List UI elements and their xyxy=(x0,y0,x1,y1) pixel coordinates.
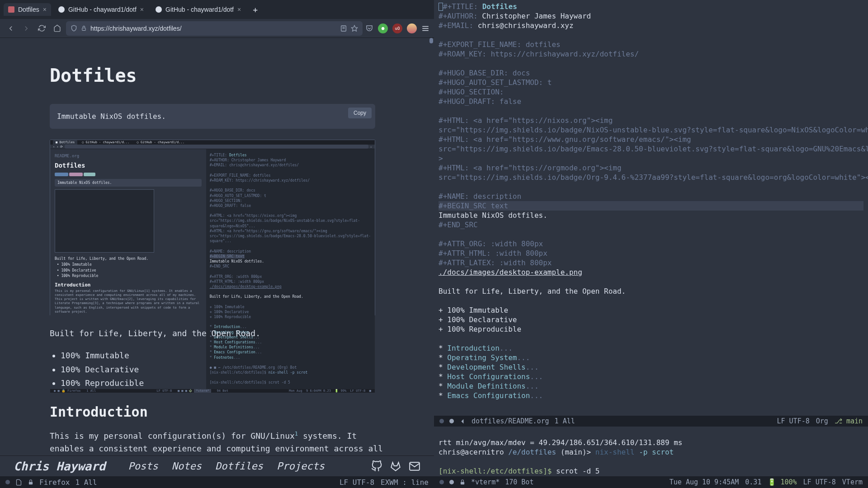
browser-tab[interactable]: GitHub - chayward1/dotf × xyxy=(151,3,245,16)
ext-badge[interactable]: ● xyxy=(378,23,388,33)
ext-icon[interactable] xyxy=(407,23,417,33)
status-dot xyxy=(449,480,454,484)
menu-icon[interactable] xyxy=(421,24,429,33)
tab-favicon xyxy=(8,6,14,13)
status-dot xyxy=(439,480,444,484)
browser-tab[interactable]: GitHub - chayward1/dotf × xyxy=(54,3,148,16)
close-icon[interactable]: × xyxy=(43,6,47,13)
gitlab-icon[interactable] xyxy=(390,460,401,472)
file-icon xyxy=(15,479,22,486)
forward-button[interactable] xyxy=(20,22,33,35)
lock-icon xyxy=(28,479,34,485)
position: 1 All xyxy=(555,417,575,425)
home-button[interactable] xyxy=(51,22,63,35)
url-text: https://chrishayward.xyz/dotfiles/ xyxy=(90,25,336,32)
address-bar: https://chrishayward.xyz/dotfiles/ ● uO xyxy=(0,19,434,38)
url-input[interactable]: https://chrishayward.xyz/dotfiles/ xyxy=(66,21,363,36)
site-nav: Chris Hayward Posts Notes Dotfiles Proje… xyxy=(0,455,434,476)
copy-button[interactable]: Copy xyxy=(348,108,372,118)
term-output: rtt min/avg/max/mdev = 49.294/186.651/36… xyxy=(439,438,682,447)
terminal[interactable]: rtt min/avg/max/mdev = 49.294/186.651/36… xyxy=(434,427,868,476)
browser-tab-active[interactable]: Dotfiles × xyxy=(4,3,51,16)
tab-favicon xyxy=(156,6,162,13)
lock-icon xyxy=(459,479,466,485)
encoding: LF UTF-8 xyxy=(803,478,836,486)
page-title: Dotfiles xyxy=(50,65,384,86)
position: 170 Bot xyxy=(505,478,533,486)
section-heading: Introduction xyxy=(50,404,384,420)
encoding: LF UTF-8 xyxy=(340,478,374,487)
shell-prompt: [nix-shell:/etc/dotfiles]$ xyxy=(439,467,556,475)
nav-link[interactable]: Notes xyxy=(172,460,202,472)
svg-marker-10 xyxy=(461,419,463,423)
status-bar-left: Firefox 1 All LF UTF-8 EXWM : line xyxy=(0,476,434,488)
bookmark-icon[interactable] xyxy=(351,25,358,32)
back-icon xyxy=(459,418,466,425)
major-mode: VTerm xyxy=(842,478,863,486)
position: 1 All xyxy=(75,478,97,487)
nav-link[interactable]: Posts xyxy=(128,460,158,472)
reload-button[interactable] xyxy=(35,22,48,35)
new-tab-button[interactable]: + xyxy=(248,3,262,16)
code-text: Immutable NixOS dotfiles. xyxy=(57,112,166,121)
pocket-icon[interactable] xyxy=(365,24,373,33)
load-avg: 0.31 xyxy=(745,478,761,486)
reader-icon[interactable] xyxy=(340,25,347,32)
extension-icons: ● uO xyxy=(365,23,429,33)
editor-buffer[interactable]: #+TITLE: Dotfiles #+AUTHOR: Christopher … xyxy=(434,0,868,416)
mail-icon[interactable] xyxy=(409,460,420,472)
git-branch: ⎇ main xyxy=(835,417,863,425)
svg-marker-4 xyxy=(351,25,357,31)
file-name: dotfiles/README.org xyxy=(472,417,549,425)
shell-command: scrot -d 5 xyxy=(556,467,599,475)
scrollbar-thumb[interactable] xyxy=(429,38,433,43)
tab-title: Dotfiles xyxy=(18,6,39,13)
svg-rect-0 xyxy=(82,28,86,30)
tab-title: GitHub - chayward1/dotf xyxy=(68,6,137,13)
brand[interactable]: Chris Hayward xyxy=(14,460,106,473)
buffer-name: *vterm* xyxy=(471,478,500,486)
nav-link[interactable]: Dotfiles xyxy=(215,460,263,472)
battery: 🔋 100% xyxy=(768,478,797,486)
lock-icon xyxy=(81,25,87,31)
major-mode: EXWM : line xyxy=(381,478,429,487)
buffer-name: Firefox xyxy=(39,478,70,487)
status-dot xyxy=(449,419,454,423)
browser-tab-bar: Dotfiles × GitHub - chayward1/dotf × Git… xyxy=(0,0,434,19)
screenshot-image: ■ Dotfiles○ GitHub - chayward1/d...○ Git… xyxy=(50,140,375,316)
code-block: Immutable NixOS dotfiles. Copy xyxy=(50,104,375,129)
ublock-icon[interactable]: uO xyxy=(392,23,402,33)
body-text: This is my personal configuration(s) for… xyxy=(50,430,384,455)
status-dot xyxy=(5,480,10,484)
encoding: LF UTF-8 xyxy=(777,417,810,425)
datetime: Tue Aug 10 9:45AM xyxy=(670,478,739,486)
github-icon[interactable] xyxy=(371,460,382,472)
footnote-ref[interactable]: 1 xyxy=(295,431,298,437)
close-icon[interactable]: × xyxy=(237,6,241,13)
editor-modeline: dotfiles/README.org 1 All LF UTF-8 Org ⎇… xyxy=(434,416,868,427)
svg-rect-11 xyxy=(461,482,464,484)
back-button[interactable] xyxy=(5,22,17,35)
term-modeline: *vterm* 170 Bot Tue Aug 10 9:45AM 0.31 🔋… xyxy=(434,476,868,488)
tab-favicon xyxy=(58,6,65,13)
major-mode: Org xyxy=(816,417,828,425)
svg-rect-9 xyxy=(29,482,33,484)
page-content[interactable]: Dotfiles Immutable NixOS dotfiles. Copy … xyxy=(0,38,434,455)
shield-icon xyxy=(71,25,77,32)
close-icon[interactable]: × xyxy=(140,6,144,13)
nav-link[interactable]: Projects xyxy=(277,460,325,472)
tab-title: GitHub - chayward1/dotf xyxy=(165,6,234,13)
status-dot xyxy=(439,419,444,423)
